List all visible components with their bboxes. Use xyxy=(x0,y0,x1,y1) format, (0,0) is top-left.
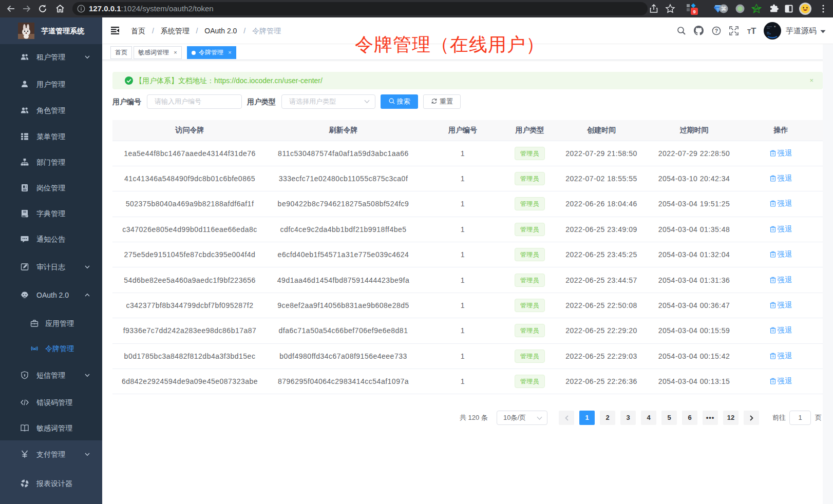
svg-text:a: a xyxy=(33,346,36,351)
svg-text:9: 9 xyxy=(693,9,695,14)
svg-text:■: ■ xyxy=(774,25,775,28)
svg-text:⌘: ⌘ xyxy=(721,6,727,12)
svg-text:?: ? xyxy=(715,28,718,34)
svg-text:T: T xyxy=(751,26,756,36)
